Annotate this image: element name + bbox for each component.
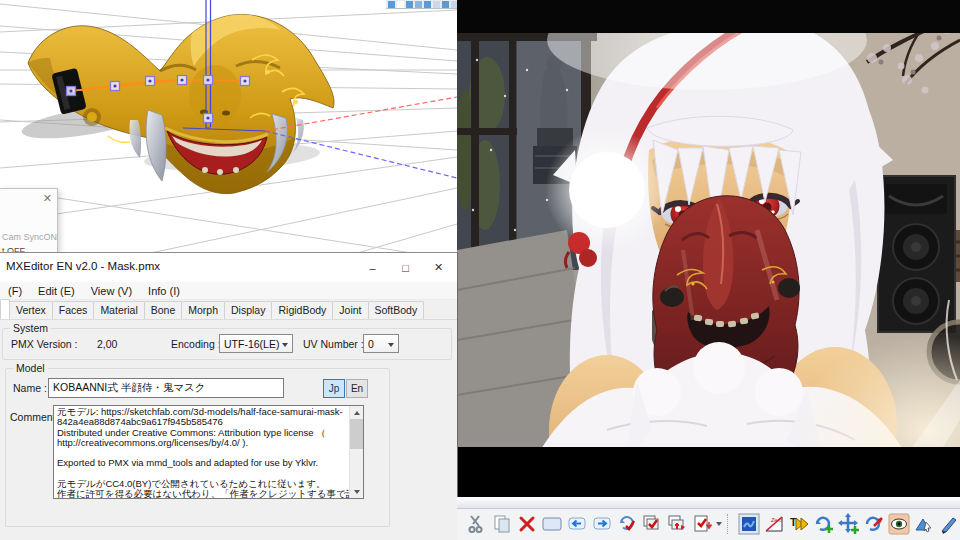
tab-bone[interactable]: Bone — [144, 301, 183, 319]
tab-morph[interactable]: Morph — [181, 301, 225, 319]
tab-material[interactable]: Material — [93, 301, 144, 319]
eye-icon[interactable] — [887, 512, 910, 535]
panel-close-icon[interactable]: ✕ — [43, 193, 52, 204]
cam-sync-toggle[interactable]: Cam SyncON — [2, 232, 57, 242]
model-group-label: Model — [13, 362, 48, 374]
scroll-thumb[interactable] — [350, 419, 363, 449]
cut-icon[interactable] — [465, 512, 488, 535]
refresh-check-icon[interactable] — [615, 512, 638, 535]
mmd-render-viewport[interactable] — [457, 0, 960, 497]
uv-number-dropdown[interactable]: 0 — [363, 334, 399, 353]
toolbar-separator — [727, 514, 735, 534]
layers-check-icon[interactable] — [640, 512, 663, 535]
window-title: MXEditor EN v2.0 - Mask.pmx — [6, 260, 160, 272]
comment-textarea[interactable]: 元モデル: https://sketchfab.com/3d-models/ha… — [53, 405, 364, 499]
redo-icon[interactable] — [590, 512, 613, 535]
tab-display[interactable]: Display — [224, 301, 272, 319]
info-tab-page: System PMX Version : 2,00 Encoding : UTF… — [0, 319, 457, 540]
menu-file[interactable]: (F) — [0, 285, 30, 297]
tab-rigidbody[interactable]: RigidBody — [271, 301, 333, 319]
tab-bar: Vertex Faces Material Bone Morph Display… — [0, 300, 457, 319]
rotate-add-icon[interactable] — [812, 512, 835, 535]
toolbar-grip — [457, 497, 960, 509]
rotate-reset-icon[interactable] — [862, 512, 885, 535]
tab-faces[interactable]: Faces — [52, 301, 95, 319]
samurai-mask-model — [28, 14, 334, 193]
move-add-icon[interactable] — [837, 512, 860, 535]
mask-tusk-left — [146, 110, 166, 181]
scroll-up-arrow[interactable] — [350, 406, 363, 419]
layers-order-icon[interactable] — [665, 512, 688, 535]
tab-softbody[interactable]: SoftBody — [368, 301, 425, 319]
letterbox-top — [457, 0, 960, 33]
encoding-dropdown[interactable]: UTF-16(LE) — [219, 334, 293, 353]
view-mode-icon[interactable] — [912, 512, 935, 535]
draw-icon[interactable] — [937, 512, 960, 535]
close-button[interactable]: ✕ — [422, 253, 455, 282]
system-group-label: System — [10, 322, 51, 334]
encoding-label: Encoding : — [171, 338, 221, 350]
menu-edit[interactable]: Edit (E) — [30, 285, 83, 297]
screen: ✕ Cam SyncON t OFF — [0, 0, 960, 540]
menu-info[interactable]: Info (I) — [140, 285, 188, 297]
zero-angle-icon[interactable]: Zero — [762, 512, 785, 535]
model-name-input[interactable]: KOBAANNI式 半顔侍・鬼マスク — [48, 378, 284, 398]
bottom-toolbar: Zero T — [457, 497, 960, 540]
menu-bar: (F) Edit (E) View (V) Info (I) — [0, 282, 457, 300]
tab-vertex[interactable]: Vertex — [9, 301, 53, 319]
transform-icon[interactable]: T — [787, 512, 810, 535]
copy-icon[interactable] — [490, 512, 513, 535]
minimize-button[interactable]: – — [356, 253, 389, 282]
system-groupbox: System PMX Version : 2,00 Encoding : UTF… — [2, 328, 452, 360]
maximize-button[interactable]: □ — [389, 253, 422, 282]
mmd-scene — [457, 0, 960, 497]
comment-scrollbar[interactable] — [349, 406, 363, 498]
uv-number-label: UV Number : — [303, 338, 364, 350]
view-settings-icon[interactable] — [737, 512, 760, 535]
model-name-label: Name : — [13, 382, 47, 394]
scroll-down-arrow[interactable] — [350, 485, 363, 498]
undo-icon[interactable] — [565, 512, 588, 535]
delete-icon[interactable] — [515, 512, 538, 535]
svg-text:Zero: Zero — [770, 517, 782, 523]
apply-check-icon[interactable] — [690, 512, 713, 535]
pmx-version-label: PMX Version : — [11, 338, 78, 350]
pmxview-control-panel: ✕ Cam SyncON t OFF — [0, 188, 58, 254]
letterbox-bottom — [457, 447, 960, 497]
jp-toggle-button[interactable]: Jp — [323, 379, 345, 398]
en-toggle-button[interactable]: En — [346, 379, 368, 398]
title-bar[interactable]: MXEditor EN v2.0 - Mask.pmx – □ ✕ — [0, 253, 457, 282]
viewport-toolbar-fragment — [386, 0, 459, 9]
menu-view[interactable]: View (V) — [83, 285, 140, 297]
tab-joint[interactable]: Joint — [332, 301, 368, 319]
apply-dropdown-caret[interactable] — [715, 522, 722, 526]
select-box-icon[interactable] — [540, 512, 563, 535]
pmx-version-value: 2,00 — [97, 338, 117, 350]
pmx-editor-window: MXEditor EN v2.0 - Mask.pmx – □ ✕ (F) Ed… — [0, 252, 458, 540]
model-groupbox: Model Comment : Name : KOBAANNI式 半顔侍・鬼マス… — [5, 368, 390, 527]
